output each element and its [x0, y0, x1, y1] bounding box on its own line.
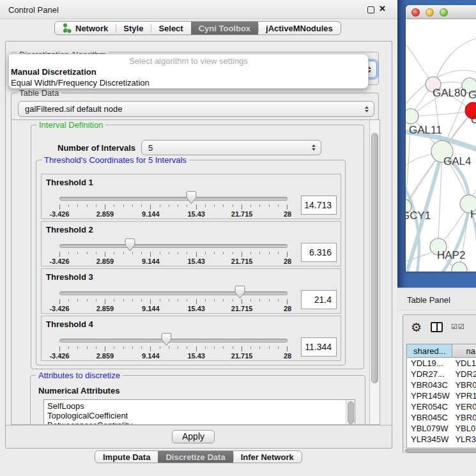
table-panel-area: ⚙ ☑☑ shared... na YDL19... YDL1 YDR27...… — [397, 311, 476, 476]
threshold-panel: Threshold 3 -3.426 2.859 9.144 — [41, 268, 341, 314]
table-row[interactable]: YBL079W YBL0 — [407, 423, 476, 434]
cyni-bottom-tabs: Impute Data Discretize Data Infer Networ… — [95, 450, 302, 463]
slider-thumb[interactable] — [161, 333, 172, 346]
slider-tick-labels: -3.426 2.859 9.144 15.43 21.715 28 — [59, 257, 288, 265]
threshold-panel: Threshold 2 -3.426 2.859 9.144 — [41, 221, 341, 266]
svg-text:GCY1: GCY1 — [406, 210, 431, 222]
float-window-icon[interactable] — [367, 6, 374, 13]
table-row[interactable]: YPR145W YPR1 — [407, 390, 476, 401]
panel-title: Control Panel — [8, 5, 59, 15]
control-panel-tabs: Network Style Select Cyni Toolbox jActiv… — [54, 21, 341, 35]
slider-thumb[interactable] — [186, 191, 197, 204]
group-title: Threshold's Coordinates for 5 Intervals — [42, 155, 189, 165]
combo-arrows-icon — [365, 106, 369, 112]
group-title: Attributes to discretize — [36, 371, 123, 380]
tab-style[interactable]: Style — [116, 22, 151, 35]
svg-text:GAL80: GAL80 — [433, 87, 466, 99]
threshold-label: Threshold 4 — [46, 319, 93, 329]
attributes-group: Attributes to discretize Numerical Attri… — [30, 375, 365, 425]
slider-tick-labels: -3.426 2.859 9.144 15.43 21.715 28 — [59, 352, 288, 360]
apply-button[interactable]: Apply — [172, 430, 215, 443]
control-panel-titlebar: Control Panel ✕ — [0, 0, 397, 19]
table-panel: ⚙ ☑☑ shared... na YDL19... YDL1 YDR27...… — [403, 314, 476, 454]
spinner-arrows-icon — [312, 144, 316, 151]
list-item[interactable]: BetweennessCentrality — [44, 420, 355, 425]
list-item[interactable]: TopologicalCoefficient — [44, 411, 355, 420]
tab-jactivemnodules[interactable]: jActiveMNodules — [258, 22, 341, 35]
threshold-value-field[interactable]: 14.713 — [301, 196, 337, 215]
threshold-panel: Threshold 1 -3.426 2.859 9.144 — [41, 174, 341, 219]
threshold-value-field[interactable]: 21.4 — [301, 290, 337, 309]
minimize-traffic-light[interactable] — [426, 8, 434, 17]
slider-tick-labels: -3.426 2.859 9.144 15.43 21.715 28 — [59, 210, 288, 218]
tab-impute-data[interactable]: Impute Data — [95, 451, 158, 463]
network-canvas[interactable]: GAL80 GAL C GAL11 GAL4 GCY1 H HAP2 — [406, 19, 476, 272]
slider-thumb[interactable] — [125, 238, 135, 252]
column-header-shared-name[interactable]: shared... — [407, 344, 452, 357]
gear-icon[interactable]: ⚙ — [411, 320, 422, 335]
select-columns-icon[interactable]: ☑☑ — [451, 323, 465, 331]
slider-thumb[interactable] — [234, 286, 245, 299]
group-title: Interval Definition — [36, 120, 105, 130]
table-row[interactable]: YBR045C YBR0 — [407, 412, 476, 423]
svg-text:H: H — [470, 208, 476, 220]
tab-select[interactable]: Select — [151, 22, 190, 35]
table-row[interactable]: YBR043C YBR0 — [407, 380, 476, 390]
group-title: Table Data — [17, 88, 61, 98]
threshold-value-field[interactable]: 11.344 — [301, 337, 337, 357]
attributes-list[interactable]: SelfLoops TopologicalCoefficient Between… — [43, 399, 355, 425]
list-scrollbar[interactable] — [346, 400, 355, 425]
threshold-label: Threshold 3 — [46, 272, 93, 282]
cyni-toolbox-panel: Discretization Algorithm Table Data galF… — [5, 41, 392, 449]
svg-text:GAL: GAL — [468, 89, 476, 101]
numerical-attributes-label: Numerical Attributes — [38, 386, 119, 395]
close-traffic-light[interactable] — [411, 8, 420, 17]
vertical-scrollbar[interactable] — [369, 120, 380, 424]
settings-scroll-area: Interval Definition Number of Intervals … — [11, 119, 380, 425]
threshold-label: Threshold 1 — [46, 178, 93, 187]
slider-track[interactable] — [59, 197, 288, 201]
slider-tick-labels: -3.426 2.859 9.144 15.43 21.715 28 — [59, 305, 288, 312]
column-header-name[interactable]: na — [452, 344, 476, 357]
threshold-label: Threshold 2 — [46, 225, 93, 234]
table-panel-title: Table Panel — [407, 295, 450, 305]
slider-ticks-major — [59, 204, 288, 210]
dropdown-item-manual[interactable]: Manual Discretization — [9, 66, 368, 77]
node-table: shared... na YDL19... YDL1 YDR27... YDR2… — [406, 344, 476, 448]
network-view-window: GAL80 GAL C GAL11 GAL4 GCY1 H HAP2 — [406, 5, 476, 272]
threshold-value-field[interactable]: 6.316 — [301, 243, 337, 262]
algorithm-dropdown-popup: Select algorithm to view settings Manual… — [8, 54, 369, 89]
number-of-intervals-label: Number of Intervals — [58, 143, 135, 153]
slider-track[interactable] — [59, 244, 288, 248]
horizontal-scrollbar[interactable] — [404, 447, 476, 454]
slider-ticks-major — [59, 346, 288, 351]
interval-definition-group: Interval Definition Number of Intervals … — [31, 125, 364, 369]
table-row[interactable]: YLR345W YLR3 — [407, 434, 476, 445]
tab-infer-network[interactable]: Infer Network — [233, 451, 302, 463]
list-item[interactable]: SelfLoops — [44, 401, 355, 411]
svg-text:HAP2: HAP2 — [437, 249, 465, 261]
table-row[interactable]: YDL19... YDL1 — [407, 358, 476, 369]
table-row[interactable]: YER054C YER0 — [407, 401, 476, 412]
split-columns-icon[interactable] — [431, 322, 443, 332]
tab-network[interactable]: Network — [55, 22, 116, 35]
table-data-combobox[interactable]: galFiltered.sif default node — [18, 101, 374, 117]
table-row[interactable]: YDR27... YDR2 — [407, 369, 476, 380]
dropdown-item-equal-width[interactable]: Equal Width/Frequency Discretization — [9, 77, 368, 88]
close-icon[interactable]: ✕ — [379, 4, 386, 13]
svg-text:GAL11: GAL11 — [409, 124, 442, 136]
slider-track[interactable] — [59, 339, 288, 342]
zoom-traffic-light[interactable] — [440, 8, 448, 17]
network-icon — [63, 23, 72, 33]
table-panel-titlebar: Table Panel — [397, 288, 476, 311]
dropdown-placeholder[interactable]: Select algorithm to view settings — [9, 56, 368, 66]
tab-discretize-data[interactable]: Discretize Data — [158, 451, 233, 463]
number-of-intervals-spinner[interactable]: 5 — [141, 140, 321, 155]
threshold-panel: Threshold 4 -3.426 2.859 9.144 — [41, 316, 341, 361]
control-panel: Control Panel ✕ Network Style Select Cyn… — [0, 0, 397, 476]
tab-cyni-toolbox[interactable]: Cyni Toolbox — [191, 22, 258, 35]
table-header-row: shared... na — [407, 344, 476, 358]
apply-bar: Apply — [6, 425, 392, 448]
slider-track[interactable] — [59, 291, 288, 295]
svg-text:GAL4: GAL4 — [443, 155, 471, 167]
